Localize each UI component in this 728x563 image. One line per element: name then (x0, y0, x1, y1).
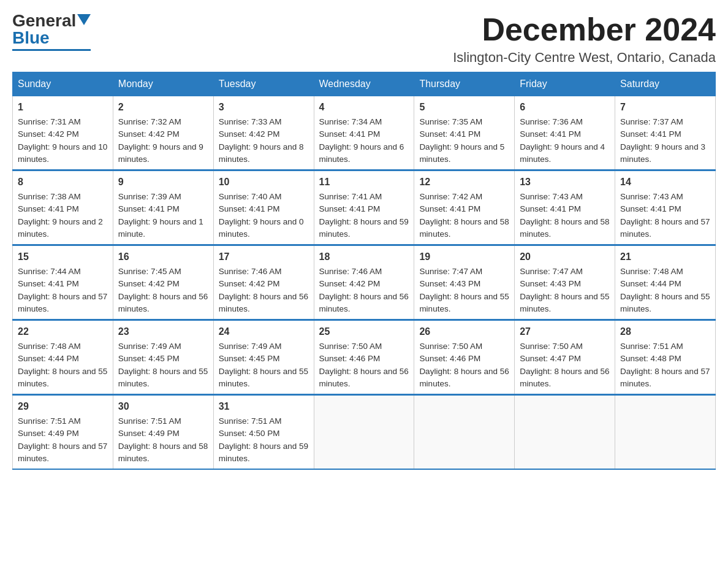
svg-marker-0 (77, 14, 91, 25)
day-number: 9 (118, 175, 208, 190)
header-sunday: Sunday (13, 72, 113, 96)
day-number: 30 (118, 399, 208, 414)
calendar-cell (414, 395, 515, 470)
location-subtitle: Islington-City Centre West, Ontario, Can… (453, 50, 716, 66)
daylight-info: Daylight: 8 hours and 58 minutes. (520, 217, 609, 239)
day-number: 16 (118, 250, 208, 264)
daylight-info: Daylight: 8 hours and 55 minutes. (18, 367, 107, 388)
day-number: 20 (520, 250, 610, 264)
sunset-info: Sunset: 4:43 PM (520, 279, 581, 288)
daylight-info: Daylight: 8 hours and 55 minutes. (419, 292, 509, 313)
daylight-info: Daylight: 8 hours and 58 minutes. (419, 217, 509, 239)
day-number: 4 (319, 100, 409, 115)
sunset-info: Sunset: 4:42 PM (219, 279, 280, 288)
day-number: 12 (419, 175, 509, 190)
calendar-cell: 29Sunrise: 7:51 AMSunset: 4:49 PMDayligh… (13, 395, 113, 470)
day-number: 10 (219, 175, 309, 190)
sunset-info: Sunset: 4:42 PM (219, 129, 280, 139)
sunset-info: Sunset: 4:42 PM (18, 129, 79, 139)
header-thursday: Thursday (414, 72, 515, 96)
daylight-info: Daylight: 9 hours and 5 minutes. (419, 142, 504, 164)
daylight-info: Daylight: 8 hours and 58 minutes. (118, 442, 208, 463)
sunrise-info: Sunrise: 7:49 AM (219, 342, 282, 351)
day-number: 2 (118, 100, 208, 115)
daylight-info: Daylight: 9 hours and 6 minutes. (319, 142, 404, 164)
calendar-cell: 3Sunrise: 7:33 AMSunset: 4:42 PMDaylight… (213, 96, 314, 170)
daylight-info: Daylight: 9 hours and 4 minutes. (520, 142, 605, 164)
sunset-info: Sunset: 4:48 PM (620, 354, 681, 363)
calendar-header-row: SundayMondayTuesdayWednesdayThursdayFrid… (13, 72, 716, 96)
daylight-info: Daylight: 8 hours and 55 minutes. (118, 367, 208, 388)
sunrise-info: Sunrise: 7:51 AM (219, 416, 282, 426)
sunrise-info: Sunrise: 7:40 AM (219, 192, 282, 201)
sunrise-info: Sunrise: 7:51 AM (620, 342, 683, 351)
sunrise-info: Sunrise: 7:34 AM (319, 117, 382, 126)
sunset-info: Sunset: 4:44 PM (18, 354, 79, 363)
sunrise-info: Sunrise: 7:46 AM (219, 267, 282, 276)
header-friday: Friday (515, 72, 615, 96)
calendar-cell: 26Sunrise: 7:50 AMSunset: 4:46 PMDayligh… (414, 320, 515, 395)
page-header: General Blue December 2024 Islington-Cit… (12, 12, 716, 66)
day-number: 18 (319, 250, 409, 264)
day-number: 24 (219, 324, 309, 339)
sunrise-info: Sunrise: 7:50 AM (419, 342, 482, 351)
sunrise-info: Sunrise: 7:32 AM (118, 117, 181, 126)
logo-underline (12, 49, 91, 51)
calendar-cell: 4Sunrise: 7:34 AMSunset: 4:41 PMDaylight… (314, 96, 414, 170)
sunset-info: Sunset: 4:41 PM (319, 204, 381, 213)
sunset-info: Sunset: 4:49 PM (18, 429, 79, 438)
daylight-info: Daylight: 8 hours and 56 minutes. (219, 292, 308, 313)
sunset-info: Sunset: 4:42 PM (319, 279, 381, 288)
day-number: 21 (620, 250, 710, 264)
month-title: December 2024 (453, 12, 716, 47)
sunset-info: Sunset: 4:41 PM (419, 204, 480, 213)
calendar-cell: 13Sunrise: 7:43 AMSunset: 4:41 PMDayligh… (515, 170, 615, 245)
day-number: 17 (219, 250, 309, 264)
sunset-info: Sunset: 4:41 PM (419, 129, 480, 139)
calendar-cell: 31Sunrise: 7:51 AMSunset: 4:50 PMDayligh… (213, 395, 314, 470)
sunrise-info: Sunrise: 7:48 AM (18, 342, 81, 351)
logo-general-text: General (12, 12, 76, 29)
calendar-cell: 7Sunrise: 7:37 AMSunset: 4:41 PMDaylight… (615, 96, 716, 170)
calendar-cell: 17Sunrise: 7:46 AMSunset: 4:42 PMDayligh… (213, 245, 314, 320)
sunset-info: Sunset: 4:50 PM (219, 429, 280, 438)
calendar-cell: 19Sunrise: 7:47 AMSunset: 4:43 PMDayligh… (414, 245, 515, 320)
sunset-info: Sunset: 4:42 PM (118, 279, 180, 288)
day-number: 31 (219, 399, 309, 414)
calendar-week-3: 15Sunrise: 7:44 AMSunset: 4:41 PMDayligh… (13, 245, 716, 320)
calendar-cell (314, 395, 414, 470)
daylight-info: Daylight: 9 hours and 1 minute. (118, 217, 203, 239)
sunrise-info: Sunrise: 7:43 AM (620, 192, 683, 201)
day-number: 14 (620, 175, 710, 190)
sunrise-info: Sunrise: 7:35 AM (419, 117, 482, 126)
calendar-cell (515, 395, 615, 470)
day-number: 8 (18, 175, 108, 190)
calendar-cell: 27Sunrise: 7:50 AMSunset: 4:47 PMDayligh… (515, 320, 615, 395)
calendar-cell: 9Sunrise: 7:39 AMSunset: 4:41 PMDaylight… (113, 170, 213, 245)
header-monday: Monday (113, 72, 213, 96)
daylight-info: Daylight: 9 hours and 3 minutes. (620, 142, 705, 164)
sunrise-info: Sunrise: 7:41 AM (319, 192, 382, 201)
daylight-info: Daylight: 8 hours and 56 minutes. (520, 367, 609, 388)
sunrise-info: Sunrise: 7:51 AM (18, 416, 81, 426)
sunrise-info: Sunrise: 7:31 AM (18, 117, 81, 126)
day-number: 7 (620, 100, 710, 115)
logo-triangle-icon (77, 14, 91, 25)
sunset-info: Sunset: 4:41 PM (620, 129, 681, 139)
sunrise-info: Sunrise: 7:33 AM (219, 117, 282, 126)
sunset-info: Sunset: 4:47 PM (520, 354, 581, 363)
sunrise-info: Sunrise: 7:43 AM (520, 192, 583, 201)
calendar-week-2: 8Sunrise: 7:38 AMSunset: 4:41 PMDaylight… (13, 170, 716, 245)
calendar-cell (615, 395, 716, 470)
calendar-cell: 20Sunrise: 7:47 AMSunset: 4:43 PMDayligh… (515, 245, 615, 320)
sunset-info: Sunset: 4:43 PM (419, 279, 480, 288)
day-number: 15 (18, 250, 108, 264)
calendar-week-1: 1Sunrise: 7:31 AMSunset: 4:42 PMDaylight… (13, 96, 716, 170)
calendar-cell: 1Sunrise: 7:31 AMSunset: 4:42 PMDaylight… (13, 96, 113, 170)
sunrise-info: Sunrise: 7:37 AM (620, 117, 683, 126)
sunset-info: Sunset: 4:46 PM (319, 354, 381, 363)
sunrise-info: Sunrise: 7:44 AM (18, 267, 81, 276)
day-number: 25 (319, 324, 409, 339)
sunrise-info: Sunrise: 7:47 AM (520, 267, 583, 276)
sunset-info: Sunset: 4:41 PM (319, 129, 381, 139)
